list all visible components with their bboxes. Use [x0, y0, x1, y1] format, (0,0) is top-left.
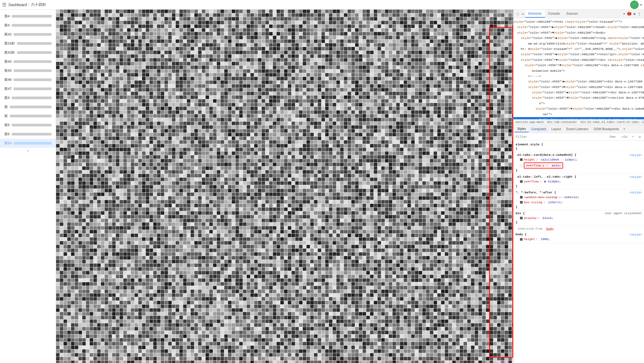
css-prop-body-height-checkbox[interactable] — [520, 238, 523, 241]
breadcrumb-page[interactable]: 六十四卦 — [31, 2, 46, 7]
tab-elements[interactable]: Elements — [525, 10, 545, 18]
sidebar: 第4第4第42第24卦第43卦第44第45第46第47第4第第第5第5第53 ∨ — [0, 10, 56, 363]
html-tree-line[interactable]: ▼<div data-v-1a6a6b10 class="el-tabs el-… — [513, 117, 644, 119]
css-prop-box-sizing-checkbox[interactable] — [520, 201, 523, 204]
html-tree-line[interactable]: style="color:#555">▼style="color:#881280… — [513, 85, 644, 90]
sidebar-item-label: 第4 — [4, 14, 10, 19]
devtools-settings-icon[interactable]: ⚙ — [634, 12, 635, 16]
css-prop-checkbox[interactable] — [520, 158, 523, 161]
sidebar-item[interactable]: 第5 — [0, 121, 56, 130]
sidebar-item-bar — [12, 97, 52, 99]
sidebar-item[interactable]: 第4 — [0, 21, 56, 30]
sidebar-item-label: 第44 — [4, 59, 11, 64]
sidebar-item[interactable]: 第 — [0, 111, 56, 121]
devtools-more-icon[interactable]: ⋮ — [638, 12, 641, 16]
tab-computed[interactable]: Computed — [529, 126, 549, 132]
sidebar-expand-icon[interactable]: ∨ — [0, 148, 56, 154]
html-tree-line[interactable]: style="color:#555">▼style="color:#881280… — [513, 63, 644, 68]
sidebar-item-bar — [14, 60, 52, 63]
css-prop-height: height : calc(100vh - 110px); — [516, 157, 642, 162]
css-source-link-2[interactable]: <style> — [630, 175, 642, 179]
sidebar-item[interactable]: 第4 — [0, 12, 56, 21]
css-rule-close-el-tabs-lr: } — [516, 184, 642, 188]
filter-cls-btn[interactable]: .cls — [619, 134, 629, 139]
css-rule-body: body { <style> height : 100%; — [513, 232, 644, 243]
path-div-tab-container[interactable]: div.tab-container — [547, 121, 577, 124]
sidebar-item-bar — [10, 106, 52, 108]
avatar[interactable]: 🐦 — [630, 1, 639, 9]
sidebar-item[interactable]: 第42 — [0, 30, 56, 39]
html-tree-line[interactable]: style="color:#555">▶style="color:#881280… — [513, 90, 644, 95]
breadcrumb-separator: / — [29, 3, 30, 7]
tab-dom-breakpoints[interactable]: DOM Breakpoints — [591, 126, 622, 132]
tab-styles[interactable]: Styles — [515, 126, 529, 132]
sidebar-item-bar — [14, 33, 52, 36]
css-rule-el-tabs-left-right: .el-tabs--left, .el-tabs--right { <style… — [513, 174, 644, 190]
html-tree-line[interactable]: style="color:#555">▶style="color:#881280… — [513, 35, 644, 41]
html-tree-line[interactable]: style="color:#555">▶style="color:#881280… — [513, 79, 644, 84]
html-tree-line[interactable]: style="color:#881280"><html class=style=… — [513, 19, 644, 25]
sidebar-item[interactable]: 第5 — [0, 130, 56, 139]
sidebar-item-bar — [12, 24, 52, 27]
sidebar-item[interactable]: 第 — [0, 102, 56, 111]
css-prop-overflow-checkbox[interactable] — [520, 164, 523, 167]
content-canvas — [56, 10, 513, 363]
html-tree-line[interactable]: <!----> — [513, 74, 644, 79]
sidebar-item-bar — [10, 115, 52, 117]
css-selector-universal: *, *:before, *:after { — [516, 191, 556, 194]
menu-icon[interactable]: ☰ — [2, 2, 6, 8]
html-tree-line[interactable]: style="color:#555">▼style="color:#881280… — [513, 30, 644, 35]
filter-hov-btn[interactable]: :hov — [607, 134, 617, 139]
css-prop-webkit-checkbox[interactable] — [520, 196, 523, 199]
devtools-more-tabs-icon[interactable]: » — [623, 12, 625, 15]
filter-add-btn[interactable]: + — [631, 134, 635, 139]
css-prop-overflow-checkbox-2[interactable] — [520, 180, 523, 183]
sidebar-item-label: 第24卦 — [4, 41, 15, 46]
html-tree-line[interactable]: ht: 0style="color:#1a1aa6">" id="__SVG_S… — [513, 46, 644, 52]
devtools-top-tabs: ⬚ ▭ Elements Console Sources » 7 ⚙ ⋮ — [513, 10, 644, 18]
sidebar-item[interactable]: 第4 — [0, 93, 56, 102]
css-source-link[interactable]: <style> — [630, 154, 642, 157]
devtools-cursor-icon[interactable]: ⬚ — [515, 12, 521, 16]
tab-console[interactable]: Console — [545, 10, 563, 18]
css-selector-div: div { — [516, 212, 525, 215]
sidebar-item[interactable]: 第47 — [0, 84, 56, 93]
breadcrumb-home[interactable]: Dashboard — [9, 3, 27, 7]
css-prop-webkit-box: -webkit-box-sizing : inherit; — [516, 195, 642, 200]
tab-event-listeners[interactable]: Event Listeners — [564, 126, 591, 132]
sidebar-item[interactable]: 第53 — [0, 139, 56, 148]
html-tree[interactable]: style="color:#881280"><html class=style=… — [513, 18, 644, 119]
sidebar-item-label: 第53 — [4, 141, 11, 146]
sidebar-item-label: 第4 — [4, 23, 10, 28]
devtools-error-badge: 7 — [627, 12, 631, 15]
sidebar-item[interactable]: 第46 — [0, 75, 56, 84]
sidebar-item-bar — [12, 124, 52, 126]
path-section[interactable]: section.app-main — [516, 121, 544, 124]
sidebar-item[interactable]: 第45 — [0, 66, 56, 75]
sidebar-item[interactable]: 第24卦 — [0, 39, 56, 48]
sidebar-item-label: 第46 — [4, 77, 11, 82]
html-tree-line[interactable]: style="color:#555">▼style="color:#881280… — [513, 95, 644, 101]
inherited-body-link[interactable]: body — [546, 227, 554, 230]
sidebar-item[interactable]: 第44 — [0, 57, 56, 66]
filter-input[interactable] — [516, 135, 605, 139]
avatar-chevron-icon[interactable]: ▾ — [640, 3, 642, 7]
devtools-device-icon[interactable]: ▭ — [521, 12, 525, 16]
css-source-link-body[interactable]: <style> — [630, 233, 642, 236]
tab-sources[interactable]: Sources — [563, 10, 581, 18]
path-div-el-tabs[interactable]: div.el-tabs.el-tabs--card.el-tabs--left — [580, 121, 644, 124]
sidebar-item[interactable]: 第43卦 — [0, 48, 56, 57]
main-layout: 第4第4第42第24卦第43卦第44第45第46第47第4第第第5第5第53 ∨… — [0, 10, 644, 363]
css-prop-overflow-y: overflow-y : auto; ← — [516, 162, 642, 169]
css-prop-display-checkbox[interactable] — [520, 217, 523, 220]
css-source-link-3[interactable]: <style> — [630, 191, 642, 194]
tab-layout[interactable]: Layout — [549, 126, 564, 132]
css-rule-div: div { user agent stylesheet display : bl… — [513, 210, 644, 226]
filter-expand-btn[interactable]: ◫ — [637, 134, 642, 139]
html-tree-line[interactable]: style="color:#555">▶style="color:#881280… — [513, 25, 644, 30]
html-tree-line[interactable]: style="color:#555">▼style="color:#881280… — [513, 106, 644, 111]
tab-more-icon[interactable]: » — [622, 127, 627, 131]
html-tree-line[interactable]: style="color:#555">▼style="color:#881280… — [513, 57, 644, 63]
html-tree-line[interactable]: style="color:#555">▶style="color:#881280… — [513, 52, 644, 57]
html-tree-line-wrap: ww.w3.org/1999/xlinkstyle="color:#1a1aa6… — [513, 41, 644, 46]
